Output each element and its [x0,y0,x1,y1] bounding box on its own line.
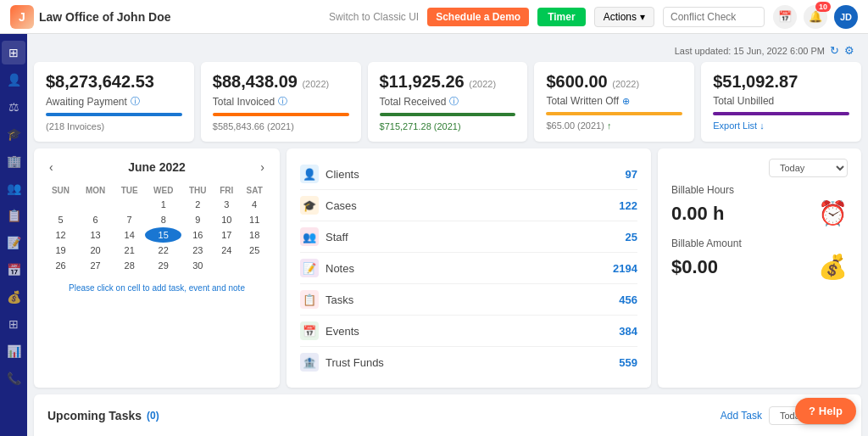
calendar-cell[interactable]: 18 [239,227,270,243]
sidebar-item-tasks[interactable]: 📋 [2,204,25,227]
notes-icon: 📝 [300,259,319,277]
logo: J Law Office of John Doe [10,5,171,29]
sidebar-item-billing[interactable]: 💰 [2,285,25,309]
calendar-cell[interactable] [145,273,181,278]
calendar-cell[interactable] [114,197,145,212]
help-icon: ? [809,405,815,417]
calendar-cell[interactable]: 29 [145,258,181,273]
sidebar-item-clients[interactable]: 👤 [2,68,25,92]
refresh-icon[interactable]: ↻ [830,44,839,57]
schedule-demo-button[interactable]: Schedule a Demo [427,8,529,26]
stat-sub-written-off: $65.00 (2021) ↑ [546,120,682,131]
calendar-cell[interactable]: 3 [214,197,239,212]
awaiting-info-icon[interactable]: ⓘ [131,95,140,108]
settings-icon[interactable]: ⚙ [844,44,854,57]
calendar-nav-icon[interactable]: 📅 [773,5,797,29]
timer-button[interactable]: Timer [537,8,585,26]
conflict-check-input[interactable] [663,7,765,27]
calendar-cell[interactable] [44,197,77,212]
calendar-cell[interactable]: 25 [239,243,270,258]
list-item-tasks[interactable]: 📋 Tasks 456 [300,284,637,316]
sidebar-item-office[interactable]: 🏢 [2,149,25,173]
list-item-events[interactable]: 📅 Events 384 [300,316,637,347]
calendar-cell[interactable]: 5 [44,212,77,227]
calendar-cell[interactable] [214,258,239,273]
trust-funds-icon: 🏦 [300,353,319,372]
sidebar-item-calendar[interactable]: 📅 [2,258,25,282]
tasks-count-badge: (0) [147,410,159,422]
help-button[interactable]: ? Help [795,398,856,424]
calendar-cell[interactable]: 27 [77,258,114,273]
calendar-cell[interactable]: 14 [114,227,145,243]
calendar-cell[interactable] [114,273,145,278]
list-item-cases[interactable]: 🎓 Cases 122 [300,190,637,221]
calendar-cell[interactable]: 12 [44,227,77,243]
stat-card-total-unbilled: $51,092.87 Total Unbilled Export List ↓ [701,62,861,142]
calendar-hint: Please click on cell to add task, event … [44,283,270,293]
calendar-cell[interactable]: 11 [239,212,270,227]
calendar-cell[interactable]: 9 [181,212,214,227]
calendar-cell[interactable]: 16 [181,227,214,243]
calendar-cell[interactable]: 21 [114,243,145,258]
calendar-cell[interactable]: 22 [145,243,181,258]
user-avatar-button[interactable]: JD [834,5,858,29]
sidebar-item-matters[interactable]: 🎓 [2,122,25,146]
calendar-cell[interactable]: 13 [77,227,114,243]
stat-label-invoiced: Total Invoiced ⓘ [213,95,349,108]
list-item-notes[interactable]: 📝 Notes 2194 [300,253,637,284]
clients-icon: 👤 [300,165,319,183]
calendar-cell[interactable]: 6 [77,212,114,227]
sidebar-item-dashboard[interactable]: ⊞ [2,41,25,64]
calendar-cell[interactable] [181,273,214,278]
add-task-button[interactable]: Add Task [721,410,762,422]
export-list-link[interactable]: Export List ↓ [713,120,765,131]
billable-hours-label: Billable Hours [671,184,848,196]
calendar-cell[interactable]: 26 [44,258,77,273]
sidebar-item-reports[interactable]: 📊 [2,339,25,363]
list-item-trust-funds[interactable]: 🏦 Trust Funds 559 [300,347,637,377]
stat-sub-unbilled: Export List ↓ [713,120,849,131]
sidebar-item-grid[interactable]: ⊞ [2,312,25,336]
calendar-next-button[interactable]: › [255,159,270,176]
sidebar-item-phone[interactable]: 📞 [2,366,25,390]
calendar-cell[interactable]: 1 [145,197,181,212]
sidebar-item-staff[interactable]: 👥 [2,176,25,200]
cal-day-wed: WED [145,184,181,197]
calendar-cell[interactable]: 7 [114,212,145,227]
sidebar-item-notes[interactable]: 📝 [2,231,25,254]
cal-day-sun: SUN [44,184,77,197]
calendar-cell[interactable]: 19 [44,243,77,258]
calendar-prev-button[interactable]: ‹ [44,159,58,176]
actions-button[interactable]: Actions ▾ [594,7,654,27]
calendar-cell[interactable]: 20 [77,243,114,258]
calendar-cell[interactable]: 30 [181,258,214,273]
calendar-cell[interactable]: 15 [145,227,181,243]
calendar-cell[interactable] [239,258,270,273]
received-info-icon[interactable]: ⓘ [449,95,459,108]
stat-sub-invoiced: $585,843.66 (2021) [213,121,349,131]
list-item-staff[interactable]: 👥 Staff 25 [300,221,637,253]
calendar-cell[interactable]: 28 [114,258,145,273]
calendar-cell[interactable]: 17 [214,227,239,243]
invoiced-info-icon[interactable]: ⓘ [278,95,287,108]
calendar-cell[interactable]: 24 [214,243,239,258]
calendar-cell[interactable]: 10 [214,212,239,227]
billable-period-select[interactable]: Today This Week This Month [769,159,848,177]
stat-amount-invoiced: $88,438.09 (2022) [213,72,349,92]
calendar-cell[interactable] [214,273,239,278]
calendar-cell[interactable] [44,273,77,278]
calendar-cell[interactable]: 23 [181,243,214,258]
stat-sub-awaiting: (218 Invoices) [46,121,182,131]
calendar-cell[interactable] [77,197,114,212]
calendar-cell[interactable] [77,273,114,278]
list-item-clients[interactable]: 👤 Clients 97 [300,159,637,190]
calendar-cell[interactable]: 2 [181,197,214,212]
stat-amount-unbilled: $51,092.87 [713,72,849,92]
switch-classic-link[interactable]: Switch to Classic UI [329,11,419,23]
calendar-cell[interactable]: 4 [239,197,270,212]
sidebar-item-cases[interactable]: ⚖ [2,95,25,119]
cal-day-tue: TUE [114,184,145,197]
written-off-info-icon[interactable]: ⊕ [622,96,630,107]
calendar-cell[interactable] [239,273,270,278]
calendar-cell[interactable]: 8 [145,212,181,227]
